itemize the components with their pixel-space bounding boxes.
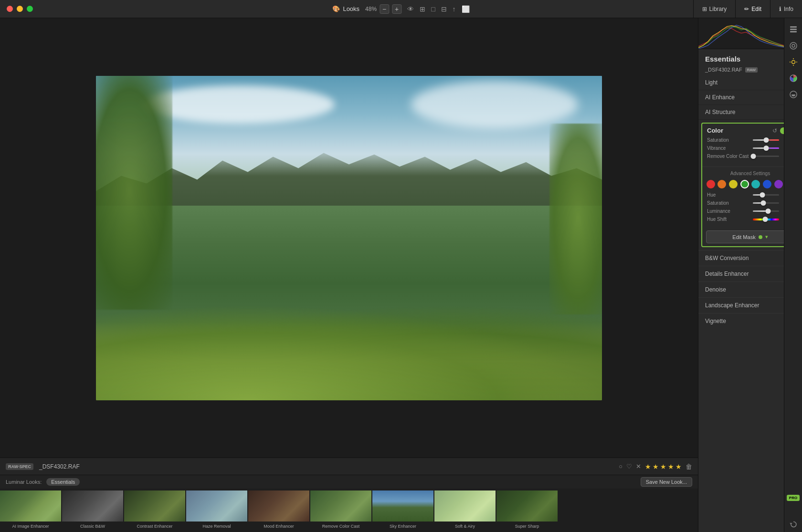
color-section-title: Color [707,127,723,134]
saturation2-slider[interactable] [753,202,779,204]
remove-color-cast-slider[interactable] [753,156,779,157]
film-item-ai-enhancer[interactable]: AI Image Enhancer [0,490,61,530]
zoom-in-button[interactable]: + [392,4,401,14]
zoom-out-button[interactable]: − [380,4,389,14]
history-icon[interactable] [786,517,801,532]
sun-icon[interactable] [786,54,801,70]
right-tool-strip: PRO [784,18,802,532]
grid-icon[interactable]: ⊟ [441,5,447,13]
star-1[interactable]: ★ [645,463,651,470]
luminance-label: Luminance [707,209,750,214]
mask-icon[interactable] [786,87,801,102]
film-item-classic-bw[interactable]: Classic B&W [62,490,123,530]
hue-slider[interactable] [753,194,779,196]
svg-point-4 [790,42,797,49]
share-icon[interactable]: ↑ [453,5,456,13]
edit-label: Edit [751,6,761,12]
luminar-looks-label: Luminar Looks: [6,479,42,485]
minimize-button[interactable] [17,6,23,12]
hue-row: Hue -31 [707,192,793,198]
pro-badge-icon[interactable]: PRO [786,490,801,505]
red-channel-button[interactable] [707,180,715,188]
remove-color-cast-row: Remove Color Cast 0 [707,154,793,159]
image-area [0,18,698,458]
right-panel: Essentials _DSF4302.RAF RAW Light › AI E… [698,18,802,532]
maximize-button[interactable] [27,6,33,12]
svg-point-5 [792,44,795,47]
film-label-soft-airy: Soft & Airy [434,523,496,530]
info-label: Info [784,6,793,12]
essentials-tab[interactable]: Essentials [46,478,80,486]
ai-enhance-label: AI Enhance [705,94,735,101]
fullscreen-icon[interactable]: ⬜ [462,5,470,13]
traffic-lights [0,6,33,12]
star-2[interactable]: ★ [653,463,659,470]
looks-menu[interactable]: 🎨 Looks [332,5,359,12]
split-view-icon[interactable]: ⊞ [420,5,425,13]
film-label-contrast-enhancer: Contrast Enhancer [124,523,185,530]
titlebar-right-tabs: ⊞ Library ✏ Edit ℹ Info [693,0,802,18]
film-item-super-sharp[interactable]: Super Sharp [496,490,558,530]
close-button[interactable] [7,6,13,12]
film-item-sky-enhancer[interactable]: Sky Enhancer [372,490,433,530]
compare-icon[interactable]: □ [431,5,435,13]
orange-channel-button[interactable] [718,180,726,188]
hue-shift-row: Hue Shift -5 [707,217,793,222]
film-item-remove-color-cast[interactable]: Remove Color Cast [310,490,371,530]
star-5[interactable]: ★ [675,463,682,470]
saturation-slider[interactable] [753,139,779,141]
reset-icon[interactable]: ↺ [772,127,777,134]
library-icon: ⊞ [702,6,707,12]
star-rating[interactable]: ★ ★ ★ ★ ★ [645,463,682,470]
luminance-slider[interactable] [753,210,779,212]
hue-shift-slider[interactable] [753,219,779,220]
film-item-soft-airy[interactable]: Soft & Airy [434,490,496,530]
hue-label: Hue [707,192,750,198]
filmstrip-header: Luminar Looks: Essentials Save New Look.… [0,475,698,489]
info-icon: ℹ [779,6,781,12]
main-photo [96,76,602,400]
mask-dot-icon [759,235,762,239]
svg-rect-2 [790,29,797,30]
adjust-icon[interactable] [786,38,801,53]
film-item-mood-enhancer[interactable]: Mood Enhancer [248,490,309,530]
eye-icon[interactable]: 👁 [407,5,414,13]
filmstrip: Luminar Looks: Essentials Save New Look.… [0,475,698,532]
film-label-remove-color-cast: Remove Color Cast [310,523,371,530]
reject-icon[interactable]: ✕ [636,463,641,470]
zoom-value: 48% [365,6,377,12]
cyan-channel-button[interactable] [751,180,760,188]
raw-badge: RAW [745,67,758,73]
star-3[interactable]: ★ [660,463,666,470]
edit-mask-button[interactable]: Edit Mask ▾ [706,230,794,243]
file-info-name: _DSF4302.RAF [705,67,742,73]
vibrance-label: Vibrance [707,146,750,151]
yellow-channel-button[interactable] [729,180,738,188]
delete-icon[interactable]: 🗑 [686,463,692,470]
film-item-haze-removal[interactable]: Haze Removal [186,490,247,530]
edit-tab[interactable]: ✏ Edit [735,0,770,18]
titlebar-center: 🎨 Looks 48% − + 👁 ⊞ □ ⊟ ↑ ⬜ [332,4,469,14]
edit-mask-chevron-icon: ▾ [765,234,768,240]
star-4[interactable]: ★ [668,463,674,470]
library-tab[interactable]: ⊞ Library [693,0,736,18]
info-tab[interactable]: ℹ Info [770,0,802,18]
layers-icon[interactable] [786,22,801,37]
saturation2-label: Saturation [707,200,750,206]
film-label-haze-removal: Haze Removal [186,523,247,530]
vibrance-slider[interactable] [753,147,779,149]
blue-channel-button[interactable] [763,180,771,188]
rating-area: ○ ♡ ✕ ★ ★ ★ ★ ★ 🗑 [619,463,692,470]
cloud-right [411,81,578,128]
save-new-look-button[interactable]: Save New Look... [641,477,692,487]
titlebar: 🎨 Looks 48% − + 👁 ⊞ □ ⊟ ↑ ⬜ ⊞ Library ✏ … [0,0,802,18]
heart-icon[interactable]: ♡ [626,463,632,470]
green-channel-button[interactable] [740,180,749,188]
color-wheel-icon[interactable] [786,71,801,86]
main-container: RAW·SPEC _DSF4302.RAF ○ ♡ ✕ ★ ★ ★ ★ ★ 🗑 … [0,18,802,532]
purple-channel-button[interactable] [774,180,783,188]
edit-icon: ✏ [744,6,749,12]
file-name-label: _DSF4302.RAF [39,463,80,470]
circle-rating-icon[interactable]: ○ [619,463,623,470]
film-item-contrast-enhancer[interactable]: Contrast Enhancer [124,490,185,530]
